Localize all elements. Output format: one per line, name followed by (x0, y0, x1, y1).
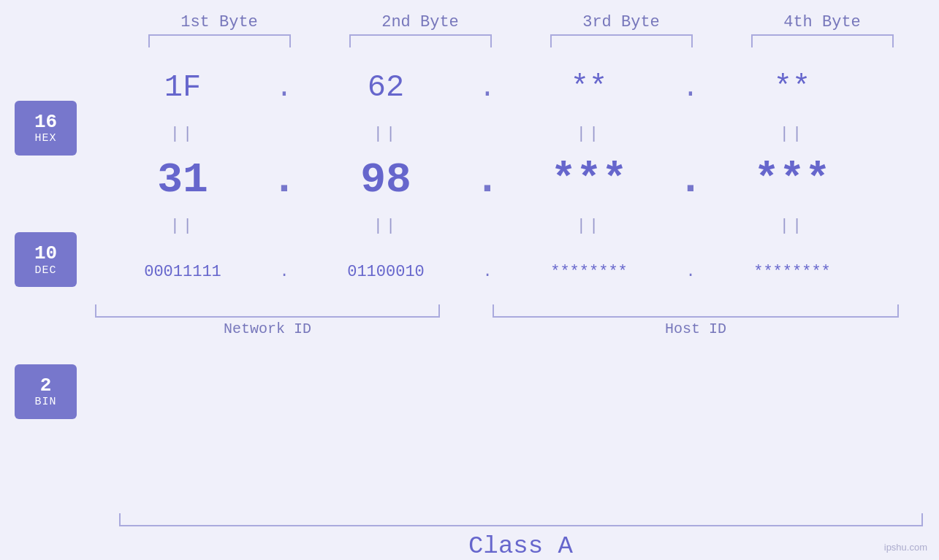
eq2-b3: || (501, 217, 677, 235)
hex-row: 1F . 62 . ** . ** (95, 55, 939, 120)
hex-sep3: . (677, 72, 704, 104)
dec-label: DEC (34, 264, 56, 277)
hex-badge: 16 HEX (15, 101, 77, 156)
dec-row: 31 . 98 . *** . *** (95, 147, 939, 212)
host-id-label: Host ID (493, 321, 899, 337)
eq2-b1: || (95, 217, 270, 235)
dec-byte1: 31 (95, 156, 270, 204)
bracket-labels: Network ID Host ID (95, 321, 899, 337)
eq2-b4: || (704, 217, 880, 235)
bin-byte4: ******** (704, 263, 880, 281)
base-labels: 16 HEX 10 DEC 2 BIN (0, 55, 95, 502)
bin-badge: 2 BIN (15, 364, 77, 419)
class-bracket (119, 513, 923, 526)
hex-sep2: . (474, 72, 501, 104)
bracket-byte4 (751, 34, 894, 47)
rows-area: 16 HEX 10 DEC 2 BIN 1F . 62 . ** . ** (0, 55, 939, 502)
data-area: 1F . 62 . ** . ** || || || || 31 (95, 55, 939, 502)
equals-row-2: || || || || (95, 212, 939, 239)
bin-number: 2 (40, 375, 52, 396)
byte3-header: 3rd Byte (533, 13, 709, 31)
bin-sep2: . (474, 263, 501, 281)
eq1-b4: || (704, 125, 880, 143)
eq1-b1: || (95, 125, 270, 143)
bottom-brackets (95, 304, 899, 318)
byte2-header: 2nd Byte (332, 13, 508, 31)
hex-byte2: 62 (298, 70, 474, 105)
dec-badge: 10 DEC (15, 232, 77, 287)
dec-sep3: . (677, 156, 704, 204)
bracket-byte2 (349, 34, 492, 47)
bin-label: BIN (34, 396, 56, 408)
bin-sep1: . (270, 263, 298, 281)
bracket-byte3 (550, 34, 693, 47)
hex-byte3: ** (501, 70, 677, 105)
byte1-header: 1st Byte (132, 13, 307, 31)
byte4-header: 4th Byte (734, 13, 910, 31)
bin-row: 00011111 . 01100010 . ******** . *******… (95, 239, 939, 304)
bottom-section: Network ID Host ID (95, 304, 899, 337)
bin-sep3: . (677, 263, 704, 281)
bin-byte2: 01100010 (298, 263, 474, 281)
bin-byte1: 00011111 (95, 263, 270, 281)
eq2-b2: || (298, 217, 474, 235)
dec-byte2: 98 (298, 156, 474, 204)
hex-byte4: ** (704, 70, 880, 105)
top-brackets (119, 34, 923, 47)
dec-number: 10 (34, 243, 57, 264)
hex-byte1: 1F (95, 70, 270, 105)
main-container: 1st Byte 2nd Byte 3rd Byte 4th Byte 16 H… (0, 0, 939, 560)
watermark: ipshu.com (884, 542, 927, 553)
network-bracket (95, 304, 440, 318)
dec-sep2: . (474, 156, 501, 204)
byte-headers: 1st Byte 2nd Byte 3rd Byte 4th Byte (119, 13, 923, 31)
hex-number: 16 (34, 112, 57, 133)
bin-byte3: ******** (501, 263, 677, 281)
bracket-byte1 (148, 34, 291, 47)
class-bracket-wrap: Class A (119, 513, 923, 560)
hex-label: HEX (34, 132, 56, 145)
eq1-b3: || (501, 125, 677, 143)
network-id-label: Network ID (95, 321, 440, 337)
hex-sep1: . (270, 72, 298, 104)
host-bracket (493, 304, 899, 318)
dec-byte4: *** (704, 156, 880, 204)
dec-byte3: *** (501, 156, 677, 204)
dec-sep1: . (270, 156, 298, 204)
class-label: Class A (119, 532, 923, 560)
eq1-b2: || (298, 125, 474, 143)
equals-row-1: || || || || (95, 120, 939, 147)
